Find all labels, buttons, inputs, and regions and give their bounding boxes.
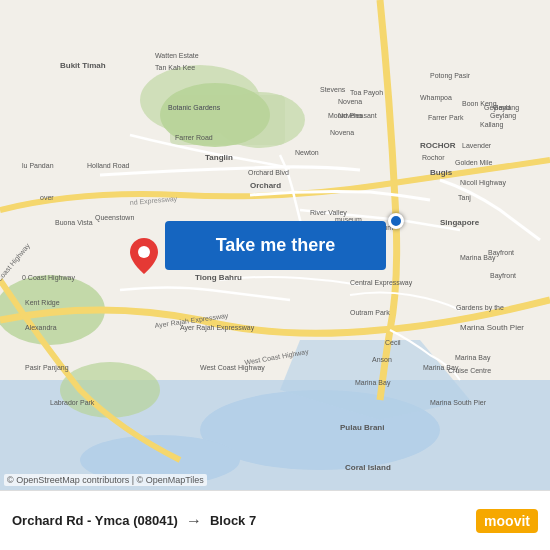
svg-text:Orchard Blvd: Orchard Blvd bbox=[248, 169, 289, 176]
svg-text:Stevens: Stevens bbox=[320, 86, 346, 93]
svg-text:Central Expressway: Central Expressway bbox=[350, 279, 413, 287]
svg-text:Marina South Pier: Marina South Pier bbox=[460, 323, 524, 332]
svg-text:West Coast Highway: West Coast Highway bbox=[200, 364, 265, 372]
svg-text:Anson: Anson bbox=[372, 356, 392, 363]
svg-text:Coral Island: Coral Island bbox=[345, 463, 391, 472]
svg-text:Botanic Gardens: Botanic Gardens bbox=[168, 104, 221, 111]
svg-text:Whampoa: Whampoa bbox=[420, 94, 452, 102]
moovit-badge: moovit bbox=[476, 509, 538, 533]
svg-text:Pulau Brani: Pulau Brani bbox=[340, 423, 384, 432]
svg-text:lu Pandan: lu Pandan bbox=[22, 162, 54, 169]
svg-text:Singapore: Singapore bbox=[440, 218, 480, 227]
svg-text:Buona Vista: Buona Vista bbox=[55, 219, 93, 226]
svg-text:Potong Pasir: Potong Pasir bbox=[430, 72, 471, 80]
svg-text:Labrador Park: Labrador Park bbox=[50, 399, 95, 406]
origin-pin bbox=[130, 238, 158, 274]
svg-text:Watten Estate: Watten Estate bbox=[155, 52, 199, 59]
svg-text:Farrer Park: Farrer Park bbox=[428, 114, 464, 121]
svg-text:Gardens by the: Gardens by the bbox=[456, 304, 504, 312]
svg-text:Marina Bay: Marina Bay bbox=[355, 379, 391, 387]
origin-label: Orchard Rd - Ymca (08041) bbox=[12, 513, 178, 528]
route-info: Orchard Rd - Ymca (08041) → Block 7 bbox=[12, 512, 466, 530]
svg-text:Holland Road: Holland Road bbox=[87, 162, 130, 169]
svg-text:Orchard: Orchard bbox=[250, 181, 281, 190]
svg-text:Outram Park: Outram Park bbox=[350, 309, 390, 316]
svg-text:Rochor: Rochor bbox=[422, 154, 445, 161]
svg-text:Newton: Newton bbox=[295, 149, 319, 156]
svg-text:Marina South Pier: Marina South Pier bbox=[430, 399, 487, 406]
moovit-logo: moovit bbox=[476, 509, 538, 533]
svg-text:Farrer Road: Farrer Road bbox=[175, 134, 213, 141]
arrow-icon: → bbox=[186, 512, 202, 530]
svg-text:Tiong Bahru: Tiong Bahru bbox=[195, 273, 242, 282]
svg-text:Bayfront: Bayfront bbox=[490, 272, 516, 280]
svg-text:Golden Mile: Golden Mile bbox=[455, 159, 492, 166]
svg-text:Boon Keng: Boon Keng bbox=[462, 100, 497, 108]
svg-text:Tanglin: Tanglin bbox=[205, 153, 233, 162]
svg-text:Bugis: Bugis bbox=[430, 168, 453, 177]
svg-text:Kallang: Kallang bbox=[480, 121, 503, 129]
svg-text:Novena: Novena bbox=[330, 129, 354, 136]
map-container: Bukit Timah Watten Estate Tan Kah Kee Bo… bbox=[0, 0, 550, 490]
svg-text:over: over bbox=[40, 194, 54, 201]
svg-text:0 Coast Highway: 0 Coast Highway bbox=[22, 274, 75, 282]
take-me-there-button[interactable]: Take me there bbox=[165, 221, 386, 270]
svg-text:Alexandra: Alexandra bbox=[25, 324, 57, 331]
svg-text:Ayer Rajah Expressway: Ayer Rajah Expressway bbox=[180, 324, 255, 332]
map-attribution: © OpenStreetMap contributors | © OpenMap… bbox=[4, 474, 207, 486]
footer: Orchard Rd - Ymca (08041) → Block 7 moov… bbox=[0, 490, 550, 550]
svg-text:Geylang: Geylang bbox=[490, 112, 516, 120]
svg-text:Novena: Novena bbox=[338, 98, 362, 105]
svg-text:Nicoll Highway: Nicoll Highway bbox=[460, 179, 506, 187]
svg-text:Marina Bay: Marina Bay bbox=[455, 354, 491, 362]
svg-text:Queenstown: Queenstown bbox=[95, 214, 134, 222]
svg-text:Novena: Novena bbox=[338, 112, 362, 119]
route-info-container: Orchard Rd - Ymca (08041) → Block 7 bbox=[12, 512, 466, 530]
svg-text:Tanj: Tanj bbox=[458, 194, 471, 202]
svg-text:Toa Payoh: Toa Payoh bbox=[350, 89, 383, 97]
svg-text:ROCHOR: ROCHOR bbox=[420, 141, 456, 150]
svg-text:Kent Ridge: Kent Ridge bbox=[25, 299, 60, 307]
svg-text:Cecil: Cecil bbox=[385, 339, 401, 346]
svg-text:Marina Bay: Marina Bay bbox=[423, 364, 459, 372]
svg-point-10 bbox=[60, 362, 160, 418]
destination-dot bbox=[388, 213, 404, 229]
svg-text:Bukit Timah: Bukit Timah bbox=[60, 61, 106, 70]
svg-text:Bayfront: Bayfront bbox=[488, 249, 514, 257]
svg-text:Lavender: Lavender bbox=[462, 142, 492, 149]
destination-label: Block 7 bbox=[210, 513, 256, 528]
svg-point-78 bbox=[138, 246, 150, 258]
svg-text:Tan Kah Kee: Tan Kah Kee bbox=[155, 64, 195, 71]
svg-text:Pasir Panjang: Pasir Panjang bbox=[25, 364, 69, 372]
